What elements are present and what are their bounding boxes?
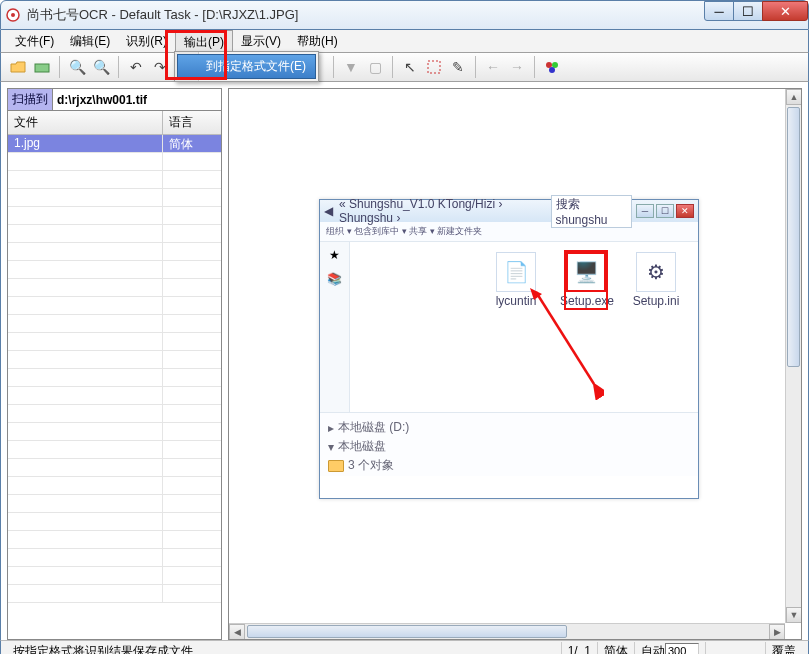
scanner-icon[interactable]: [31, 56, 53, 78]
statusbar: 按指定格式将识别结果保存成文件 1/ 1 简体 自动 覆盖: [0, 640, 809, 654]
rotate-left-icon[interactable]: ↶: [125, 56, 147, 78]
scroll-thumb[interactable]: [787, 107, 800, 367]
zoom-input[interactable]: [665, 643, 699, 654]
scan-path[interactable]: d:\rjxz\hw001.tif: [53, 91, 221, 109]
window-title: 尚书七号OCR - Default Task - [D:\RJXZ\1.JPG]: [27, 6, 298, 24]
col-file[interactable]: 文件: [8, 111, 163, 134]
table-row[interactable]: [8, 459, 221, 477]
status-zoom: 自动: [634, 642, 705, 654]
table-row[interactable]: [8, 513, 221, 531]
table-row[interactable]: [8, 441, 221, 459]
explorer-breadcrumb: « Shungshu_V1.0 KTong/Hizi › Shungshu ›: [339, 197, 545, 225]
titlebar: 尚书七号OCR - Default Task - [D:\RJXZ\1.JPG]…: [0, 0, 809, 30]
table-row[interactable]: [8, 225, 221, 243]
menubar: 文件(F) 编辑(E) 识别(R) 输出(P) 显示(V) 帮助(H): [0, 30, 809, 52]
region-icon[interactable]: [423, 56, 445, 78]
maximize-button[interactable]: ☐: [733, 1, 763, 21]
menu-file[interactable]: 文件(F): [7, 30, 62, 52]
filter-icon[interactable]: ▼: [340, 56, 362, 78]
table-row[interactable]: 1.jpg 简体: [8, 135, 221, 153]
menu-help[interactable]: 帮助(H): [289, 30, 346, 52]
detail-text: 本地磁盘: [338, 438, 386, 455]
document-icon: 📄: [496, 252, 536, 292]
table-row[interactable]: [8, 405, 221, 423]
status-lang: 简体: [597, 642, 634, 654]
svg-rect-2: [35, 64, 49, 72]
status-page: 1/ 1: [561, 642, 597, 654]
explorer-search: 搜索 shungshu: [551, 195, 633, 228]
table-row[interactable]: [8, 549, 221, 567]
main-area: 扫描到 d:\rjxz\hw001.tif 文件 语言 1.jpg 简体: [0, 82, 809, 640]
explorer-toolbar: 组织 ▾ 包含到库中 ▾ 共享 ▾ 新建文件夹: [320, 222, 698, 242]
menu-view[interactable]: 显示(V): [233, 30, 289, 52]
highlight-box-menu: [165, 30, 227, 80]
table-row[interactable]: [8, 297, 221, 315]
table-row[interactable]: [8, 495, 221, 513]
table-row[interactable]: [8, 207, 221, 225]
svg-point-1: [11, 13, 15, 17]
col-lang[interactable]: 语言: [163, 111, 221, 134]
status-hint: 按指定格式将识别结果保存成文件: [7, 642, 561, 654]
table-row[interactable]: [8, 387, 221, 405]
window-controls: ─ ☐ ✕: [705, 1, 808, 23]
table-row[interactable]: [8, 333, 221, 351]
svg-rect-3: [428, 61, 440, 73]
table-row[interactable]: [8, 477, 221, 495]
edit-icon[interactable]: ✎: [447, 56, 469, 78]
table-row[interactable]: [8, 261, 221, 279]
minimize-button[interactable]: ─: [704, 1, 734, 21]
pointer-icon[interactable]: ↖: [399, 56, 421, 78]
file-label: lycuntin: [490, 294, 542, 308]
detail-text: 3 个对象: [348, 457, 394, 474]
table-row[interactable]: [8, 189, 221, 207]
table-row[interactable]: [8, 243, 221, 261]
table-row[interactable]: [8, 153, 221, 171]
explorer-content: 📄 lycuntin 🖥️ Setup.exe ⚙ Setup.ini: [350, 242, 698, 412]
explorer-close-icon: ✕: [676, 204, 694, 218]
table-row[interactable]: [8, 423, 221, 441]
next-icon[interactable]: →: [506, 56, 528, 78]
cell-file: 1.jpg: [8, 135, 163, 152]
zoom-out-icon[interactable]: 🔍: [90, 56, 112, 78]
color-icon[interactable]: [541, 56, 563, 78]
scroll-thumb[interactable]: [247, 625, 567, 638]
zoom-in-icon[interactable]: 🔍: [66, 56, 88, 78]
table-row[interactable]: [8, 585, 221, 603]
explorer-nav-back-icon: ◀: [324, 204, 333, 218]
menu-edit[interactable]: 编辑(E): [62, 30, 118, 52]
table-row[interactable]: [8, 369, 221, 387]
status-spacer: [705, 642, 765, 654]
scroll-left-icon[interactable]: ◀: [229, 624, 245, 640]
scan-label: 扫描到: [8, 89, 53, 110]
explorer-details: ▸本地磁盘 (D:) ▾本地磁盘 3 个对象: [320, 412, 698, 476]
app-icon: [5, 7, 21, 23]
folder-icon: [328, 460, 344, 472]
scrollbar-horizontal[interactable]: ◀ ▶: [229, 623, 785, 639]
detail-text: 本地磁盘 (D:): [338, 419, 409, 436]
file-table-header: 文件 语言: [8, 111, 221, 135]
table-row[interactable]: [8, 279, 221, 297]
toolbar: 🔍 🔍 ↶ ↷ ▼ ▢ ↖ ✎ ← →: [0, 52, 809, 82]
table-row[interactable]: [8, 531, 221, 549]
library-icon: 📚: [327, 272, 342, 286]
file-item: 📄 lycuntin: [490, 252, 542, 308]
table-row[interactable]: [8, 351, 221, 369]
file-table-body: 1.jpg 简体: [8, 135, 221, 639]
ini-icon: ⚙: [636, 252, 676, 292]
scroll-up-icon[interactable]: ▲: [786, 89, 802, 105]
svg-point-4: [546, 62, 552, 68]
scroll-right-icon[interactable]: ▶: [769, 624, 785, 640]
open-icon[interactable]: [7, 56, 29, 78]
explorer-max-icon: ☐: [656, 204, 674, 218]
crop-icon[interactable]: ▢: [364, 56, 386, 78]
scan-destination-row: 扫描到 d:\rjxz\hw001.tif: [8, 89, 221, 111]
preview-pane: ◀ « Shungshu_V1.0 KTong/Hizi › Shungshu …: [228, 88, 802, 640]
scroll-down-icon[interactable]: ▼: [786, 607, 802, 623]
close-button[interactable]: ✕: [762, 1, 808, 21]
prev-icon[interactable]: ←: [482, 56, 504, 78]
table-row[interactable]: [8, 315, 221, 333]
table-row[interactable]: [8, 171, 221, 189]
table-row[interactable]: [8, 567, 221, 585]
preview-canvas[interactable]: ◀ « Shungshu_V1.0 KTong/Hizi › Shungshu …: [229, 89, 785, 623]
scrollbar-vertical[interactable]: ▲ ▼: [785, 89, 801, 623]
